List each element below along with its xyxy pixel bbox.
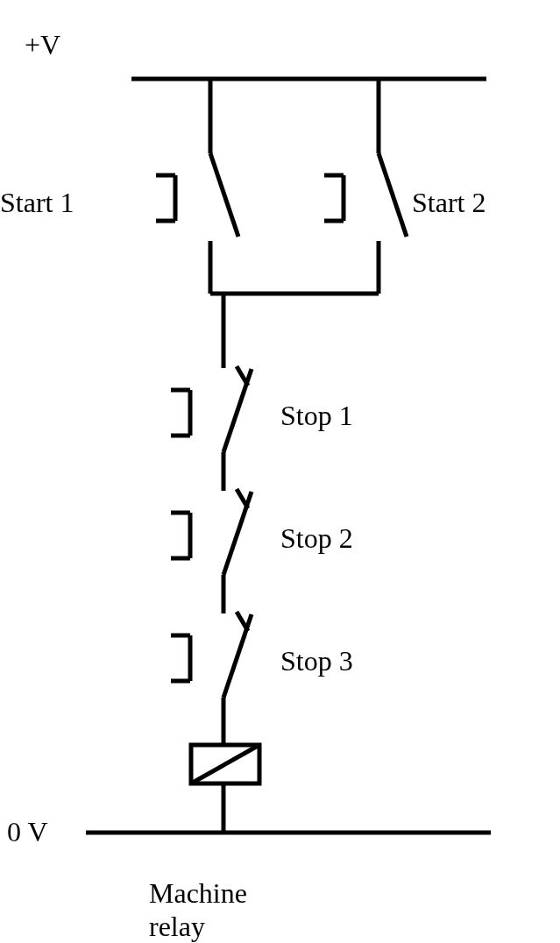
stop1-pushbutton bbox=[171, 366, 252, 452]
svg-line-5 bbox=[223, 492, 252, 575]
relay-coil bbox=[191, 745, 259, 783]
svg-line-7 bbox=[223, 614, 252, 698]
circuit-svg bbox=[0, 0, 560, 943]
start2-pushbutton bbox=[324, 153, 407, 237]
stop3-pushbutton bbox=[171, 612, 252, 698]
svg-line-9 bbox=[191, 745, 259, 783]
svg-line-0 bbox=[210, 153, 238, 237]
stop2-pushbutton bbox=[171, 489, 252, 575]
start1-pushbutton bbox=[156, 153, 238, 237]
svg-line-3 bbox=[223, 369, 252, 452]
svg-line-1 bbox=[379, 153, 407, 237]
